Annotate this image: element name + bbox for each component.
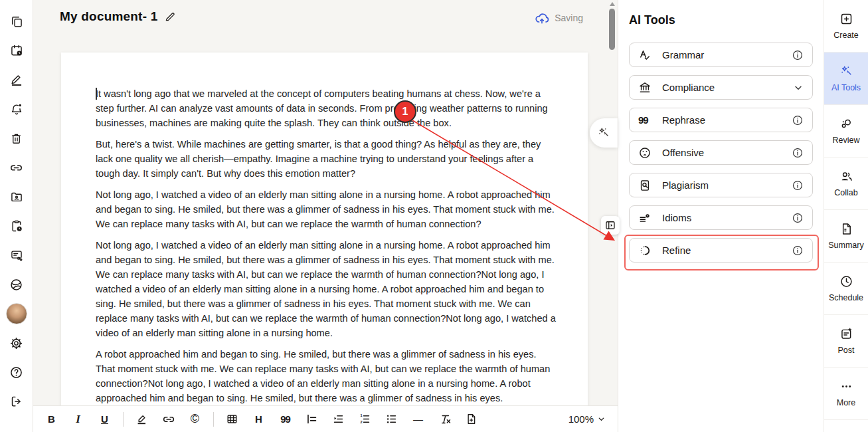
ai-tools-panel: AI Tools Grammar Compliance 99 Rephrase xyxy=(618,0,824,432)
info-icon[interactable] xyxy=(792,212,804,224)
more-ellipsis-icon xyxy=(839,379,853,393)
bullet-list-icon[interactable] xyxy=(381,409,402,429)
svg-text:1: 1 xyxy=(360,413,362,417)
schedule-clock-icon xyxy=(839,274,853,288)
paragraph[interactable]: Not long ago, I watched a video of an el… xyxy=(96,238,556,340)
idioms-list-icon xyxy=(638,211,654,225)
numbered-list-icon[interactable]: 12 xyxy=(355,409,375,429)
heading-button[interactable]: H xyxy=(248,409,269,429)
tool-rephrase[interactable]: 99 Rephrase xyxy=(629,108,813,132)
refine-sparkle-icon xyxy=(638,244,654,257)
offensive-face-icon xyxy=(638,146,654,160)
collab-people-icon xyxy=(839,169,853,183)
scrollbar-thumb[interactable] xyxy=(609,9,615,50)
underline-button[interactable]: U xyxy=(94,409,115,429)
document-title: My document- 1 xyxy=(60,9,157,24)
info-icon[interactable] xyxy=(792,179,804,191)
post-note-icon xyxy=(839,327,853,341)
collapse-panel-icon[interactable] xyxy=(601,216,620,235)
rephrase-quote-icon: 99 xyxy=(638,114,654,126)
tool-plagiarism[interactable]: Plagiarism xyxy=(629,173,813,197)
tab-summary[interactable]: Summary xyxy=(824,210,868,263)
paragraph[interactable]: Not long ago, I watched a video of an el… xyxy=(96,187,556,231)
link-icon[interactable] xyxy=(0,153,33,182)
blockquote-button[interactable]: 99 xyxy=(275,409,296,429)
grammar-check-icon xyxy=(638,49,654,62)
tab-label: More xyxy=(837,398,855,407)
tool-compliance[interactable]: Compliance xyxy=(629,75,813,100)
message-settings-icon[interactable] xyxy=(0,241,33,270)
tool-offensive[interactable]: Offensive xyxy=(629,140,813,165)
info-icon[interactable] xyxy=(792,114,804,126)
indent-icon[interactable] xyxy=(328,409,349,429)
info-icon[interactable] xyxy=(792,49,804,61)
saving-status: Saving xyxy=(535,11,583,25)
logout-icon[interactable] xyxy=(0,387,33,416)
document-page[interactable]: It wasn't long ago that we marveled at t… xyxy=(61,53,588,407)
paragraph[interactable]: A robot approached him and began to sing… xyxy=(96,347,556,405)
chevron-down-icon[interactable] xyxy=(793,82,804,93)
tab-label: Review xyxy=(833,136,860,145)
table-icon[interactable] xyxy=(222,409,242,429)
compliance-bank-icon xyxy=(638,81,654,94)
paragraph[interactable]: It wasn't long ago that we marveled at t… xyxy=(96,86,556,130)
tab-collab[interactable]: Collab xyxy=(824,158,868,210)
tool-label: Idioms xyxy=(662,212,792,223)
document-text[interactable]: It wasn't long ago that we marveled at t… xyxy=(61,53,588,405)
tool-grammar[interactable]: Grammar xyxy=(629,43,813,67)
settings-gear-icon[interactable] xyxy=(0,328,33,358)
tab-review[interactable]: Review xyxy=(824,105,868,158)
globe-icon[interactable] xyxy=(0,270,33,299)
chevron-down-icon xyxy=(597,415,606,423)
link-icon[interactable] xyxy=(158,409,179,429)
highlighter-icon[interactable] xyxy=(131,409,152,429)
tab-label: Create xyxy=(833,31,859,40)
tab-label: Post xyxy=(837,346,854,355)
tab-post[interactable]: Post xyxy=(824,315,868,368)
tab-ai-tools[interactable]: AI Tools xyxy=(824,53,868,105)
tool-refine[interactable]: Refine xyxy=(629,238,813,263)
magic-wand-icon xyxy=(839,64,853,78)
add-page-icon[interactable] xyxy=(461,409,481,429)
italic-button[interactable]: I xyxy=(68,409,88,429)
folder-contact-icon[interactable] xyxy=(0,182,33,211)
saving-label: Saving xyxy=(555,13,583,23)
pencil-edit-icon[interactable] xyxy=(0,65,33,94)
left-sidebar xyxy=(0,0,33,432)
tab-label: Schedule xyxy=(829,293,863,302)
tool-label: Plagiarism xyxy=(662,179,792,191)
zoom-level-dropdown[interactable]: 100% xyxy=(568,413,606,425)
copyright-button[interactable]: © xyxy=(185,409,205,429)
notification-bell-icon[interactable] xyxy=(0,94,33,124)
plagiarism-search-icon xyxy=(638,179,654,192)
align-left-icon[interactable] xyxy=(302,409,322,429)
clipboard-clock-icon[interactable] xyxy=(0,211,33,241)
bold-button[interactable]: B xyxy=(41,409,62,429)
calendar-clock-icon[interactable] xyxy=(0,36,33,65)
help-icon[interactable] xyxy=(0,358,33,387)
user-avatar[interactable] xyxy=(0,299,33,328)
toolbar-divider xyxy=(213,412,214,427)
copy-documents-icon[interactable] xyxy=(0,7,33,36)
clear-format-icon[interactable] xyxy=(434,409,455,429)
zoom-value: 100% xyxy=(568,413,594,425)
create-plus-icon xyxy=(839,12,853,26)
paragraph[interactable]: But, here's a twist. While machines are … xyxy=(96,137,556,181)
trash-icon[interactable] xyxy=(0,124,33,153)
cloud-upload-icon xyxy=(535,11,549,25)
vertical-scrollbar[interactable] xyxy=(608,0,616,405)
tab-schedule[interactable]: Schedule xyxy=(824,263,868,315)
scroll-up-arrow[interactable] xyxy=(610,2,615,6)
formatting-toolbar: B I U © H 99 12 xyxy=(33,405,618,432)
info-icon[interactable] xyxy=(792,147,804,159)
horizontal-rule-button[interactable]: — xyxy=(408,409,428,429)
tab-create[interactable]: Create xyxy=(824,0,868,53)
tool-label: Grammar xyxy=(662,49,792,60)
tab-more[interactable]: More xyxy=(824,368,868,420)
review-circles-icon xyxy=(839,117,853,131)
rename-pencil-icon[interactable] xyxy=(164,11,176,23)
info-icon[interactable] xyxy=(792,245,804,257)
magic-wand-tab-button[interactable] xyxy=(590,118,618,148)
app-window: My document- 1 Saving It wasn't long ago… xyxy=(0,0,868,432)
tool-idioms[interactable]: Idioms xyxy=(629,205,813,230)
